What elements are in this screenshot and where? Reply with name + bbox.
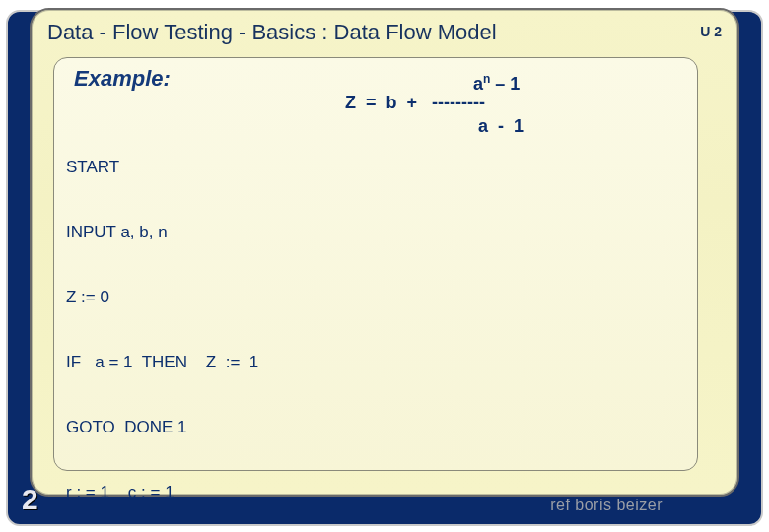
pseudocode-block: START INPUT a, b, n Z := 0 IF a = 1 THEN… [66, 113, 685, 532]
code-line: Z := 0 [66, 287, 685, 308]
slide-card: Data - Flow Testing - Basics : Data Flow… [30, 8, 739, 497]
code-line: r : = 1 c : = 1 [66, 482, 685, 503]
code-line: INPUT a, b, n [66, 222, 685, 243]
example-panel: Example: an – 1 Z = b + --------- a - 1 … [53, 57, 698, 471]
code-line: START [66, 157, 685, 178]
formula-numerator: an – 1 [473, 68, 520, 95]
slide-title: Data - Flow Testing - Basics : Data Flow… [47, 20, 497, 45]
example-title: Example: [74, 66, 171, 92]
code-line: IF a = 1 THEN Z := 1 [66, 352, 685, 373]
unit-badge: U 2 [700, 24, 722, 39]
slide-stage: 2 ref boris beizer Data - Flow Testing -… [0, 0, 769, 532]
code-line: GOTO DONE 1 [66, 417, 685, 438]
formula-mid: Z = b + --------- [345, 92, 485, 113]
